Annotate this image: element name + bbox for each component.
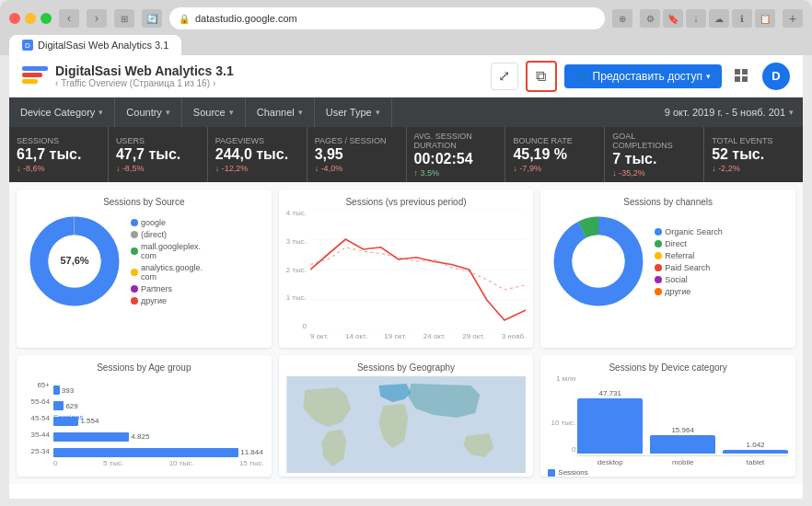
metric-value: 00:02:54 — [414, 150, 498, 167]
metric-label: Pages / Session — [315, 136, 399, 145]
metric-label: Users — [116, 136, 200, 145]
close-button[interactable] — [9, 13, 20, 24]
sessions-by-geography-card: Sessions by Geography — [279, 355, 534, 477]
filter-arrow-2: ▾ — [166, 108, 170, 117]
share-button[interactable]: 👤 Предоставить доступ ▾ — [564, 64, 722, 88]
filter-channel[interactable]: Channel ▾ — [246, 98, 315, 127]
filter-device-category[interactable]: Device Category ▾ — [9, 98, 115, 127]
bar-mobile: 15.964 — [650, 426, 715, 454]
svg-rect-1 — [742, 69, 748, 75]
ext-icon-6[interactable]: 📋 — [755, 9, 775, 28]
browser-extensions: ⚙ 🔖 ↓ ☁ ℹ 📋 — [640, 9, 775, 28]
app-logo: DigitalSasi Web Analytics 3.1 ‹ Traffic … — [22, 63, 491, 88]
bar-tablet: 1.042 — [723, 441, 788, 454]
metric-change: ↓ -8,5% — [116, 164, 200, 173]
copy-page-button[interactable]: ⧉ — [526, 61, 557, 92]
chart-title: Sessions (vs previous period) — [286, 197, 527, 207]
filter-country[interactable]: Country ▾ — [115, 98, 182, 127]
metric-label: Avg. Session Duration — [414, 132, 498, 150]
traffic-lights — [9, 13, 52, 24]
maximize-button[interactable] — [41, 13, 52, 24]
chart-title: Sessions by Device category — [548, 362, 788, 373]
donut-chart-channels — [548, 211, 649, 312]
metrics-bar: Sessions 61,7 тыс. ↓ -8,6% Users 47,7 ты… — [9, 127, 803, 182]
sessions-by-age-card: Sessions by Age group 65+ 55-64 45-54 35… — [17, 355, 272, 477]
metric-pages-session: Pages / Session 3,95 ↓ -4,0% — [307, 127, 407, 182]
logo-icon — [22, 66, 48, 86]
sessions-by-source-card: Sessions by Source 57,6% — [17, 190, 272, 348]
metric-value: 47,7 тыс. — [116, 145, 200, 163]
sessions-by-channels-card: Sessions by channels — [540, 190, 795, 348]
ext-icon-5[interactable]: ℹ — [732, 9, 752, 28]
address-bar[interactable]: 🔒 datastudio.google.com — [169, 7, 605, 29]
ext-icon-2[interactable]: 🔖 — [663, 9, 683, 28]
avatar[interactable]: D — [762, 63, 790, 90]
svg-rect-0 — [735, 69, 740, 75]
window-control-1: ⊞ — [114, 9, 134, 28]
metric-total-events: Total Events 52 тыс. ↓ -2,2% — [704, 127, 803, 182]
charts-row-1: Sessions by Source 57,6% — [9, 182, 803, 355]
date-range[interactable]: 9 окт. 2019 г. - 5 нояб. 201 ▾ — [655, 107, 803, 118]
apps-grid-button[interactable] — [729, 63, 755, 89]
charts-row-2: Sessions by Age group 65+ 55-64 45-54 35… — [9, 355, 803, 484]
filter-user-type[interactable]: User Type ▾ — [315, 98, 392, 127]
nav-back-button[interactable]: ‹ — [59, 9, 79, 28]
metric-change: ↓ -35,2% — [612, 168, 696, 178]
app-header: DigitalSasi Web Analytics 3.1 ‹ Traffic … — [9, 55, 803, 98]
line-chart-sessions — [310, 209, 526, 330]
nav-forward-button[interactable]: › — [87, 9, 107, 28]
filter-source[interactable]: Source ▾ — [182, 98, 246, 127]
svg-rect-2 — [735, 76, 740, 82]
ext-icon-1[interactable]: ⚙ — [640, 9, 660, 28]
browser-tab[interactable]: D DigitalSasi Web Analytics 3.1 — [9, 35, 181, 55]
metric-label: Pageviews — [215, 136, 299, 145]
chart-title: Sessions by channels — [548, 197, 788, 207]
sessions-by-device-card: Sessions by Device category 1 млн 10 тыс… — [540, 355, 795, 477]
metric-value: 7 тыс. — [612, 150, 696, 167]
metric-label: Sessions — [17, 136, 100, 145]
window-control-2: 🔄 — [142, 9, 162, 28]
metric-change: ↓ -2,2% — [712, 164, 795, 173]
app-subtitle: ‹ Traffic Overview (Страница 1 из 16) › — [55, 78, 234, 88]
header-actions: ⤢ ⧉ 👤 Предоставить доступ ▾ D — [491, 61, 790, 92]
new-tab-button[interactable]: + — [783, 9, 803, 28]
metric-pageviews: Pageviews 244,0 тыс. ↓ -12,2% — [208, 127, 307, 182]
donut-legend: google (direct) mall.googleplex.com anal… — [131, 218, 203, 305]
sessions-vs-prev-card: Sessions (vs previous period) 4 тыс. 3 т… — [279, 190, 534, 348]
metric-value: 244,0 тыс. — [215, 145, 299, 163]
app-title: DigitalSasi Web Analytics 3.1 — [55, 63, 234, 78]
filter-arrow: ▾ — [99, 108, 103, 117]
ext-icon-4[interactable]: ☁ — [709, 9, 729, 28]
forward-icon[interactable]: › — [213, 78, 215, 88]
metric-change: ↓ -12,2% — [215, 164, 299, 173]
metric-sessions: Sessions 61,7 тыс. ↓ -8,6% — [9, 127, 109, 182]
date-arrow: ▾ — [789, 108, 794, 117]
back-icon[interactable]: ‹ — [55, 78, 58, 88]
metric-value: 3,95 — [315, 145, 399, 163]
tab-favicon: D — [22, 40, 33, 51]
channels-legend: Organic Search Direct Referral Paid Sear… — [655, 227, 723, 296]
copy-icon: ⧉ — [536, 68, 546, 85]
svg-text:57,6%: 57,6% — [60, 255, 88, 266]
fullscreen-button[interactable]: ⤢ — [491, 63, 518, 90]
metric-value: 61,7 тыс. — [17, 145, 100, 163]
metric-label: Total Events — [712, 136, 795, 145]
chart-title: Sessions by Geography — [286, 362, 527, 373]
chart-title: Sessions by Age group — [24, 362, 264, 373]
ext-icon-3[interactable]: ↓ — [686, 9, 706, 28]
browser-action-icon-1[interactable]: ⊕ — [612, 9, 632, 28]
metric-value: 52 тыс. — [712, 145, 795, 163]
filter-arrow-4: ▾ — [298, 108, 303, 117]
dropdown-icon: ▾ — [706, 72, 711, 81]
minimize-button[interactable] — [25, 13, 36, 24]
metric-goal-completions: Goal Completions 7 тыс. ↓ -35,2% — [605, 127, 704, 182]
metric-change: ↑ 3.5% — [414, 168, 498, 178]
metric-bounce-rate: Bounce Rate 45,19 % ↓ -7,9% — [505, 127, 605, 182]
metric-label: Goal Completions — [612, 132, 696, 150]
svg-rect-3 — [742, 76, 748, 82]
bar-desktop: 47.731 — [577, 389, 643, 454]
filter-bar: Device Category ▾ Country ▾ Source ▾ Cha… — [9, 98, 803, 127]
url-text: datastudio.google.com — [195, 13, 297, 24]
filter-arrow-3: ▾ — [229, 108, 234, 117]
lock-icon: 🔒 — [179, 14, 190, 24]
